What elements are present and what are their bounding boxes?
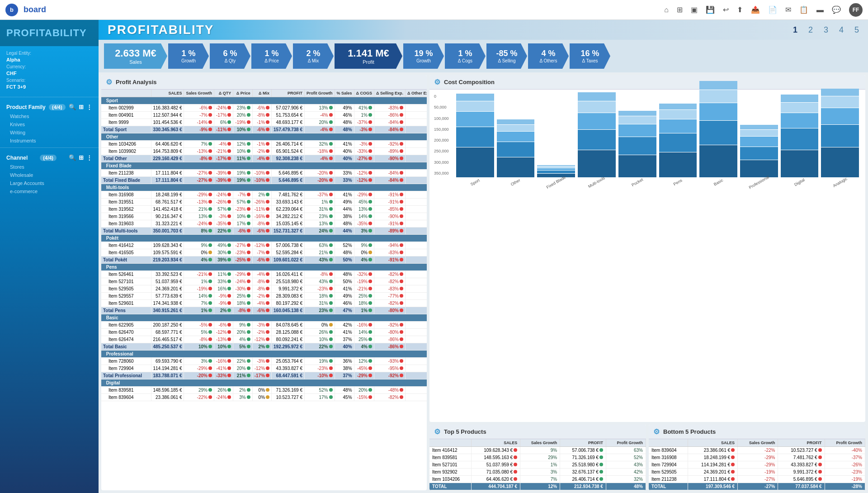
total-pg: -28% (825, 483, 865, 490)
group-ps: 44% (335, 228, 354, 235)
item-cogs: -21% (354, 285, 374, 293)
window-icon[interactable]: ▬ (816, 6, 824, 14)
prod-sales: 148.595.163 € (471, 454, 520, 461)
item-sg: -19% (184, 285, 214, 293)
bar-segment (537, 174, 575, 177)
group-label: Total Multi-tools (101, 228, 151, 235)
item-other: 0% (406, 322, 427, 329)
sidebar-item-large-accounts[interactable]: Large Accounts (0, 179, 99, 187)
prod-profit: 26.406.714 € (560, 476, 606, 483)
item-mix: 0% (252, 387, 271, 394)
layout-icon[interactable]: ⊞ (677, 5, 683, 14)
item-profit: 34.282.212 € (272, 213, 305, 220)
item-ps: 48% (335, 249, 354, 256)
group-price: -25% (233, 256, 252, 264)
bar-segment (781, 150, 819, 178)
item-cogs: -45% (354, 365, 374, 372)
sidebar-item-writing[interactable]: Writing (0, 128, 99, 137)
item-pg: 52% (305, 387, 335, 394)
bar-stack (781, 95, 819, 177)
group-label: Total Pens (101, 307, 151, 314)
bot5-col-pg: Profit Growth (825, 439, 865, 447)
item-cogs: -15% (354, 394, 374, 401)
panels-icon[interactable]: ▣ (691, 5, 698, 14)
save-icon[interactable]: 💾 (706, 5, 715, 14)
prod-sg: -22% (738, 447, 778, 454)
bar-label: Analogic (832, 176, 848, 188)
item-sg: 7% (184, 300, 214, 307)
y-axis-label: 50,000 (434, 105, 453, 109)
kpi-sales-label: Sales (129, 59, 142, 65)
kpi-cogs-number: 1 % (458, 49, 472, 58)
total-profit: 77.037.584 € (778, 483, 825, 490)
sidebar-item-instruments[interactable]: Instruments (0, 137, 99, 145)
kpi-growth-label: Growth (181, 58, 196, 63)
clipboard-icon[interactable]: 📋 (799, 5, 808, 14)
profit-table-container[interactable]: SALES Sales Growth Δ QTY Δ Price Δ Mix P… (101, 90, 427, 490)
item-ps: 46% (335, 112, 354, 119)
prod-sales: 51.037.959 € (471, 461, 520, 469)
item-profit: 28.125.088 € (272, 329, 305, 336)
y-axis-label: 350,000 (434, 171, 453, 175)
page-3[interactable]: 3 (824, 25, 828, 35)
item-sg: -29% (184, 365, 214, 372)
item-ps: 50% (335, 278, 354, 285)
item-other: 14% (406, 206, 427, 213)
bar-label: Basic (713, 178, 724, 187)
group-sales: 340.915.261 € (151, 307, 184, 314)
sidebar-item-stores[interactable]: Stores (0, 163, 99, 171)
mail-icon[interactable]: ✉ (785, 5, 791, 14)
item-sell: -85% (374, 206, 406, 213)
item-qty: -41% (214, 365, 233, 372)
sidebar-item-ecommerce[interactable]: e-commerce (0, 187, 99, 195)
undo-icon[interactable]: ↩ (723, 5, 729, 14)
group-pg: 23% (305, 307, 335, 314)
bottom5-header: ⚙ Bottom 5 Products (649, 425, 865, 439)
sidebar-item-watches[interactable]: Watches (0, 112, 99, 120)
product-family-badge: (4/4) (49, 104, 66, 110)
bar-segment (456, 112, 494, 127)
bar-segment (497, 142, 535, 157)
group-mix: -4% (252, 155, 271, 162)
page-4[interactable]: 4 (839, 25, 844, 35)
section-label: Professional (101, 351, 427, 358)
kpi-selling: -85 % Δ Selling (486, 43, 527, 69)
document-icon[interactable]: 📄 (768, 5, 777, 14)
section-label: Other (101, 133, 427, 141)
export-icon[interactable]: ⬆ (737, 5, 743, 14)
item-label: Item 728060 (101, 358, 151, 365)
product-family-header[interactable]: Product Family (4/4) 🔍⊞⋮ (0, 100, 99, 112)
group-sell: -80% (374, 307, 406, 314)
page-5[interactable]: 5 (854, 25, 859, 35)
kpi-price: 1 % Δ Price (251, 43, 292, 69)
home-icon[interactable]: ⌂ (664, 6, 669, 14)
right-panels: ⚙ Cost Composition 350,000300,000250,000… (429, 75, 865, 490)
top5-icon: ⚙ (434, 427, 440, 436)
header-banner: PROFITABILITY 1 2 3 4 5 (99, 20, 868, 40)
top5-col-profit: PROFIT (560, 439, 606, 447)
group-qty: 22% (214, 228, 233, 235)
bar-label: Digital (793, 177, 806, 187)
prod-item: Item 839581 (429, 454, 471, 461)
sidebar-item-knives[interactable]: Knives (0, 120, 99, 128)
chat-icon[interactable]: 💬 (832, 5, 841, 14)
item-qty: -9% (214, 293, 233, 300)
bar-stack (699, 81, 737, 177)
user-avatar[interactable]: FF (849, 3, 863, 17)
item-qty: -39% (214, 170, 233, 177)
bar-segment (659, 110, 697, 119)
page-2[interactable]: 2 (808, 25, 813, 35)
prod-sg: 29% (520, 454, 560, 461)
channel-header[interactable]: Channel (4/4) 🔍⊞⋮ (0, 151, 99, 163)
upload-icon[interactable]: 📤 (751, 5, 760, 14)
sidebar-item-wholesale[interactable]: Wholesale (0, 171, 99, 179)
page-1[interactable]: 1 (793, 25, 797, 35)
top5-col-sg: Sales Growth (520, 439, 560, 447)
total-sales: 444.704.187 € (471, 483, 520, 490)
total-sg: 12% (520, 483, 560, 490)
item-sg: -14% (184, 119, 214, 126)
item-pg: 43% (305, 278, 335, 285)
item-other: 22% (406, 329, 427, 336)
prod-sales: 17.111.804 € (688, 476, 737, 483)
kpi-qty: 6 % Δ Qty (210, 43, 250, 69)
